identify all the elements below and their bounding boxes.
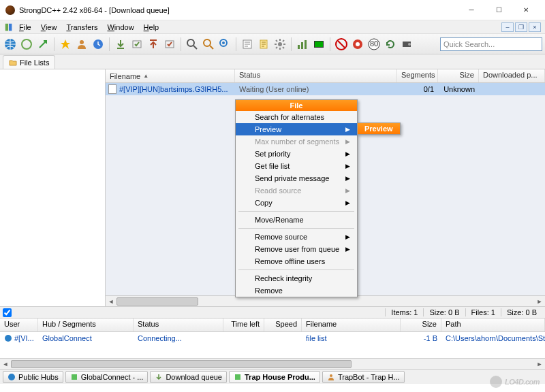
- scroll-right-icon[interactable]: ►: [534, 298, 545, 305]
- toolbar-finished-dl-icon[interactable]: [129, 37, 144, 52]
- svg-rect-31: [72, 374, 77, 380]
- window-title: StrongDC++ 2.42 x86-64 - [Download queue…: [19, 6, 458, 14]
- toolbar-users-icon[interactable]: [74, 37, 89, 52]
- tcol-filename[interactable]: Filename: [302, 318, 401, 331]
- col-filename[interactable]: Filename▲: [106, 69, 235, 82]
- menu-transfers[interactable]: Transfers: [66, 23, 97, 31]
- svg-rect-18: [301, 42, 303, 49]
- transfer-row[interactable]: #[VI... GlobalConnect Connecting... file…: [0, 332, 545, 344]
- submenu-title: Preview: [358, 123, 400, 134]
- tcol-time[interactable]: Time left: [223, 318, 264, 331]
- toolbar-winamp-icon[interactable]: [399, 37, 414, 52]
- toolbar-search-icon[interactable]: [185, 37, 200, 52]
- toolbar-netstats-icon[interactable]: [295, 37, 310, 52]
- toolbar-adlsearch-icon[interactable]: [201, 37, 216, 52]
- folder-icon: [9, 59, 17, 67]
- svg-rect-6: [117, 48, 124, 49]
- sidebar: [0, 69, 106, 306]
- scroll-left-icon[interactable]: ◄: [0, 361, 11, 368]
- scroll-left-icon[interactable]: ◄: [106, 298, 116, 305]
- tcol-user[interactable]: User: [0, 318, 38, 331]
- toolbar-favorites-icon[interactable]: [58, 37, 73, 52]
- tab-label: File Lists: [20, 59, 49, 67]
- svg-rect-0: [5, 23, 8, 31]
- col-segments[interactable]: Segments: [397, 69, 438, 82]
- cm-set-priority[interactable]: Set priority▶: [236, 148, 357, 160]
- tcol-path[interactable]: Path: [441, 318, 545, 331]
- svg-point-16: [278, 42, 282, 46]
- toolbar-reconnect-icon[interactable]: [19, 37, 34, 52]
- svg-point-29: [5, 335, 12, 342]
- wtab-download-queue[interactable]: Download queue: [150, 371, 227, 383]
- toolbar-follow-icon[interactable]: [35, 37, 50, 52]
- svg-point-4: [80, 40, 84, 44]
- transfer-filename: file list: [302, 334, 401, 342]
- quick-search-input[interactable]: Quick Search...: [440, 37, 542, 51]
- toolbar-finished-ul-icon[interactable]: [162, 37, 177, 52]
- cm-search-alternates[interactable]: Search for alternates: [236, 111, 357, 123]
- cm-preview[interactable]: Preview▶: [236, 123, 357, 135]
- cm-remove-offline[interactable]: Remove offline users: [236, 255, 357, 267]
- menu-window[interactable]: Window: [107, 23, 134, 31]
- watermark: LO4D.com: [490, 376, 540, 388]
- download-icon: [155, 373, 163, 381]
- toolbar-settings-icon[interactable]: [272, 37, 287, 52]
- column-headers: Filename▲ Status Segments Size Downloade…: [106, 69, 545, 83]
- transfers-pane: User Hub / Segments Status Time left Spe…: [0, 318, 545, 369]
- menu-file[interactable]: FFileile: [19, 23, 31, 31]
- tcol-hub[interactable]: Hub / Segments: [38, 318, 134, 331]
- wtab-public-hubs[interactable]: Public Hubs: [3, 371, 63, 383]
- toolbar-shutdown-icon[interactable]: [350, 37, 365, 52]
- toolbar-recent-icon[interactable]: [91, 37, 106, 52]
- tabs-row: File Lists: [0, 54, 545, 69]
- cm-remove-user[interactable]: Remove user from queue▶: [236, 243, 357, 255]
- toolbar-refresh-icon[interactable]: [383, 37, 398, 52]
- cm-get-file-list[interactable]: Get file list▶: [236, 160, 357, 172]
- cm-recheck[interactable]: Recheck integrity: [236, 272, 357, 284]
- wtab-globalconnect[interactable]: GlobalConnect - ...: [65, 371, 149, 383]
- tcol-status[interactable]: Status: [134, 318, 223, 331]
- toolbar-globe-icon[interactable]: [3, 37, 18, 52]
- scroll-thumb[interactable]: [11, 360, 352, 368]
- minimize-button[interactable]: ─: [458, 1, 485, 20]
- tcol-size[interactable]: Size: [401, 318, 441, 331]
- cm-remove[interactable]: Remove: [236, 284, 357, 297]
- col-downloaded[interactable]: Downloaded p...: [479, 69, 545, 82]
- mdimax-button[interactable]: ❐: [515, 22, 527, 32]
- toolbar-notepad-icon[interactable]: [256, 37, 271, 52]
- queue-size: Unknown: [438, 85, 479, 93]
- toolbar-away-icon[interactable]: [334, 37, 349, 52]
- close-button[interactable]: ✕: [512, 1, 540, 20]
- cm-move-rename[interactable]: Move/Rename: [236, 214, 357, 226]
- mdiclose-button[interactable]: ×: [529, 22, 541, 32]
- menu-view[interactable]: View: [41, 23, 57, 31]
- toolbar-upload-queue-icon[interactable]: [146, 37, 161, 52]
- scroll-thumb[interactable]: [116, 297, 198, 306]
- toolbar-searchspy-icon[interactable]: [217, 37, 232, 52]
- scroll-right-icon[interactable]: ►: [534, 361, 545, 368]
- globe-icon: [4, 334, 12, 342]
- cm-remove-source[interactable]: Remove source▶: [236, 231, 357, 243]
- wtab-trap-house[interactable]: Trap House Produ...: [229, 371, 320, 383]
- status-checkbox[interactable]: [3, 308, 12, 317]
- col-status[interactable]: Status: [235, 69, 397, 82]
- toolbar-cdm-icon[interactable]: [311, 37, 326, 52]
- mdimin-button[interactable]: –: [501, 22, 514, 32]
- wtab-trapbot[interactable]: TrapBot - Trap H...: [322, 371, 405, 383]
- toolbar-queue-icon[interactable]: [113, 37, 128, 52]
- maximize-button[interactable]: ☐: [485, 1, 512, 20]
- transfer-size: -1 B: [401, 334, 441, 342]
- window-tabs: Public Hubs GlobalConnect - ... Download…: [0, 369, 545, 384]
- toolbar-limiter-icon[interactable]: 80: [367, 37, 382, 52]
- toolbar-filelist-icon[interactable]: [240, 37, 255, 52]
- cm-send-pm[interactable]: Send private message▶: [236, 172, 357, 184]
- tcol-speed[interactable]: Speed: [264, 318, 302, 331]
- transfers-hscroll[interactable]: ◄ ►: [0, 358, 545, 369]
- menu-help[interactable]: Help: [144, 23, 159, 31]
- cm-copy[interactable]: Copy▶: [236, 197, 357, 209]
- tab-file-lists[interactable]: File Lists: [3, 55, 55, 69]
- svg-rect-1: [9, 23, 12, 31]
- col-size[interactable]: Size: [438, 69, 479, 82]
- chevron-right-icon: ▶: [345, 163, 350, 169]
- queue-row[interactable]: #[VIP][HUN]bartsimps.G3IRH5... Waiting (…: [106, 83, 545, 95]
